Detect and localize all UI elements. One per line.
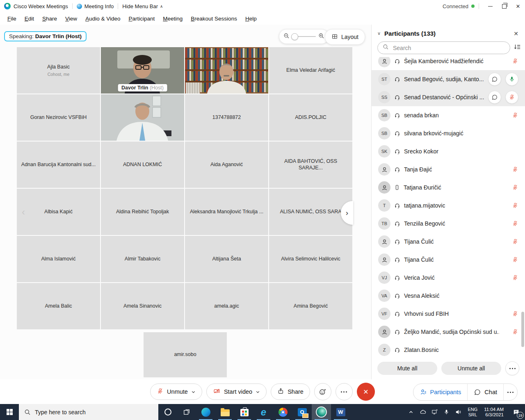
menu-meeting[interactable]: Meeting bbox=[159, 16, 187, 22]
participants-toggle-button[interactable]: Participants bbox=[413, 384, 468, 400]
taskbar-app-chrome[interactable] bbox=[273, 404, 292, 420]
participant-row[interactable]: VJVerica Jović bbox=[372, 269, 525, 287]
share-button[interactable]: Share bbox=[271, 383, 310, 400]
onedrive-icon[interactable] bbox=[417, 404, 429, 420]
participant-row[interactable]: TBTenziila Begović bbox=[372, 215, 525, 233]
video-tile[interactable]: Alma Islamović bbox=[17, 236, 100, 282]
video-tile[interactable] bbox=[101, 94, 184, 141]
video-tile[interactable]: ADNAN LOKMIĆ bbox=[101, 142, 184, 188]
menu-breakout-sessions[interactable]: Breakout Sessions bbox=[187, 16, 241, 22]
menu-help[interactable]: Help bbox=[241, 16, 261, 22]
menu-edit[interactable]: Edit bbox=[21, 16, 38, 22]
participant-row[interactable]: Ttatjana.mijatovic bbox=[372, 196, 525, 215]
participant-row[interactable]: SKSrecko Kokor bbox=[372, 142, 525, 160]
panel-scrollbar[interactable] bbox=[521, 312, 524, 347]
video-tile[interactable]: Davor Trlin (Host) bbox=[101, 47, 184, 94]
participant-row[interactable]: SBsenada brkan bbox=[372, 106, 525, 124]
menu-share[interactable]: Share bbox=[38, 16, 61, 22]
more-options-button[interactable] bbox=[505, 361, 519, 375]
meeting-info-button[interactable]: Meeting Info bbox=[84, 3, 114, 9]
mic-live-button[interactable] bbox=[505, 73, 518, 86]
participant-row[interactable]: STSenad Begović, sudija, Kanto... bbox=[372, 70, 525, 88]
search-input[interactable] bbox=[392, 44, 505, 52]
participant-row[interactable]: Tanja Đajić bbox=[372, 160, 525, 178]
zoom-in-icon[interactable] bbox=[318, 33, 324, 41]
microphone-icon[interactable] bbox=[441, 404, 452, 420]
speaker-icon[interactable] bbox=[452, 404, 464, 420]
hide-menu-bar-button[interactable]: Hide Menu Bar bbox=[122, 3, 158, 9]
chevron-down-icon[interactable] bbox=[191, 390, 196, 394]
video-tile[interactable]: Elma Veledar Arifagić bbox=[269, 47, 352, 94]
zoom-slider-knob[interactable] bbox=[291, 33, 298, 40]
video-tile[interactable]: amir.sobo bbox=[144, 332, 227, 377]
minimize-button[interactable] bbox=[483, 0, 497, 12]
participant-row[interactable]: Tatjana Đuričić bbox=[372, 178, 525, 196]
unmute-all-button[interactable]: Unmute all bbox=[441, 362, 501, 375]
video-tile[interactable]: Amela Sinanovic bbox=[101, 283, 184, 329]
task-view-button[interactable] bbox=[177, 404, 196, 420]
start-video-button[interactable]: Start video bbox=[206, 383, 267, 400]
participant-search[interactable] bbox=[377, 41, 510, 54]
collapse-chevron-icon[interactable]: ∨ bbox=[377, 31, 381, 36]
taskbar-app-word[interactable]: W bbox=[331, 404, 350, 420]
video-tile[interactable]: Altijana Šeta bbox=[185, 236, 268, 282]
zoom-slider[interactable] bbox=[292, 36, 316, 37]
participant-row[interactable]: VAVesna Aleksić bbox=[372, 287, 525, 305]
video-tile[interactable]: Albisa Kapić bbox=[17, 189, 100, 235]
zoom-out-icon[interactable] bbox=[283, 33, 290, 41]
previous-page-icon[interactable]: ‹ bbox=[22, 206, 25, 218]
participant-row[interactable]: VFVrhovni sud FBIH bbox=[372, 305, 525, 323]
video-tile[interactable]: 1374788872 bbox=[185, 94, 268, 141]
start-button[interactable] bbox=[0, 404, 19, 420]
language-indicator[interactable]: ENG SRL bbox=[464, 404, 481, 420]
video-tile[interactable]: Alvira Selimovic Halilcevic bbox=[269, 236, 352, 282]
sort-icon[interactable] bbox=[514, 43, 521, 52]
chat-toggle-button[interactable]: Chat bbox=[467, 384, 503, 400]
tray-expand-button[interactable] bbox=[405, 404, 417, 420]
mic-muted-button[interactable] bbox=[505, 91, 518, 104]
participant-row[interactable]: Željko Mandić, sudija Općinski sud u... bbox=[372, 323, 525, 341]
taskbar-app-file-explorer[interactable] bbox=[215, 404, 235, 420]
participant-row[interactable]: Šejla Kamberović Hadžiefendić bbox=[372, 57, 525, 70]
video-tile[interactable]: Amina Begović bbox=[269, 283, 352, 329]
video-tile[interactable]: ALISA NUMIĆ, OSS SARA bbox=[269, 189, 352, 235]
maximize-button[interactable] bbox=[497, 0, 511, 12]
video-tile[interactable]: Aida Aganović bbox=[185, 142, 268, 188]
chat-button[interactable] bbox=[488, 91, 501, 104]
taskbar-app-outlook[interactable]: O bbox=[292, 404, 312, 420]
mute-all-button[interactable]: Mute all bbox=[377, 362, 437, 375]
video-tile[interactable]: AIDA BAHTOVIĆ, OSS SARAJE... bbox=[269, 142, 352, 188]
chat-button[interactable] bbox=[488, 73, 501, 86]
taskbar-app-edge[interactable] bbox=[196, 404, 215, 420]
more-controls-button[interactable] bbox=[336, 383, 353, 400]
taskbar-app-internet-explorer[interactable]: e bbox=[254, 404, 273, 420]
video-tile[interactable]: Goran Nezirovic VSFBiH bbox=[17, 94, 100, 141]
more-panels-button[interactable] bbox=[503, 384, 517, 400]
taskbar-search[interactable]: Type here to search bbox=[19, 404, 158, 420]
video-tile[interactable]: amela.agic bbox=[185, 283, 268, 329]
participant-row[interactable]: Tijana Čulić bbox=[372, 233, 525, 251]
video-tile[interactable]: Ajla BasicCohost, me bbox=[17, 47, 100, 94]
chevron-down-icon[interactable] bbox=[256, 390, 260, 394]
close-button[interactable]: ✕ bbox=[511, 0, 525, 12]
taskbar-app-store[interactable] bbox=[235, 404, 254, 420]
unmute-button[interactable]: Unmute bbox=[150, 383, 202, 400]
menu-audio-video[interactable]: Audio & Video bbox=[81, 16, 124, 22]
leave-meeting-button[interactable]: ✕ bbox=[357, 383, 375, 401]
layout-button[interactable]: Layout bbox=[325, 29, 365, 45]
video-tile[interactable]: Aleksandra Manojlović Trkulja ... bbox=[185, 189, 268, 235]
video-tile[interactable]: Adnan Barucija Kantonalni sud... bbox=[17, 142, 100, 188]
panel-close-icon[interactable]: ✕ bbox=[514, 30, 518, 37]
video-tile[interactable]: Aldina Rebihić Topoljak bbox=[101, 189, 184, 235]
participant-row[interactable]: ZZlatan.Bosnic bbox=[372, 341, 525, 357]
taskbar-clock[interactable]: 11:04 AM 6/3/2021 bbox=[481, 404, 507, 420]
menu-view[interactable]: View bbox=[61, 16, 81, 22]
video-tile[interactable]: ADIS.POLJIC bbox=[269, 94, 352, 141]
participant-row[interactable]: Tijana Čulić bbox=[372, 251, 525, 269]
taskbar-app-webex[interactable] bbox=[312, 404, 331, 420]
participant-row[interactable]: SBsilvana brković-mujagić bbox=[372, 124, 525, 142]
network-icon[interactable] bbox=[429, 404, 441, 420]
menu-file[interactable]: File bbox=[3, 16, 21, 22]
cortana-button[interactable] bbox=[158, 404, 177, 420]
participant-row[interactable]: SSSenad Destanović - Općinski ... bbox=[372, 88, 525, 106]
